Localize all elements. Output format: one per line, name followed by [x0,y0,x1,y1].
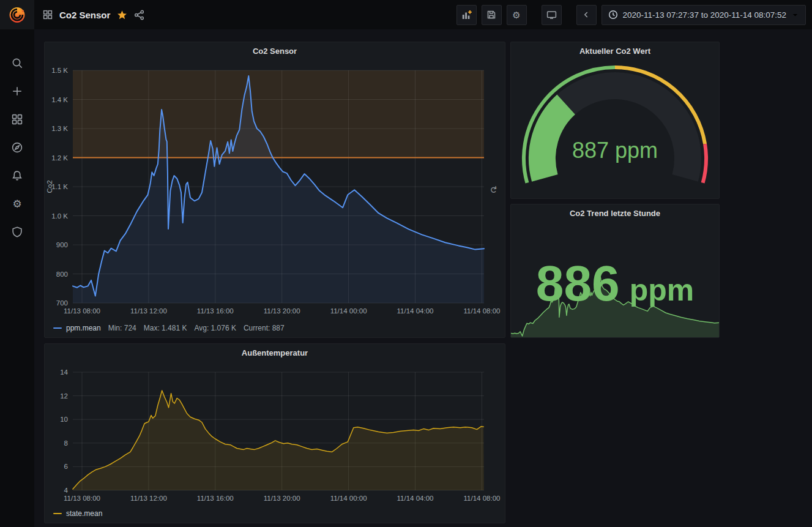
search-icon [11,57,23,69]
sidebar-item-dashboards[interactable] [9,113,25,126]
clock-icon [608,10,618,20]
sidebar-item-server-admin[interactable] [9,225,25,239]
sidebar-item-configuration[interactable]: ⚙ [9,197,25,211]
time-range-picker[interactable]: 2020-11-13 07:27:37 to 2020-11-14 08:07:… [602,5,806,25]
navbar-left: Co2 Sensor [43,10,144,20]
temp-legend: state.mean [53,509,102,518]
sparkline-plot [511,272,719,337]
x-tick-label: 11/13 08:00 [64,307,100,315]
sidebar-item-search[interactable] [9,56,25,70]
x-tick-label: 11/13 12:00 [130,495,167,502]
x-tick-label: 11/13 16:00 [197,495,234,502]
y-tick-label: 1.2 K [51,154,68,162]
dashboards-grid-icon [11,113,23,125]
grafana-logo[interactable] [0,0,34,29]
save-dashboard-button[interactable] [482,5,502,25]
plus-icon [11,85,23,97]
dashboard-title[interactable]: Co2 Sensor [59,10,110,20]
panel-aussentemperatur: Außentemperatur 46810121411/13 08:0011/1… [44,343,505,523]
panel-title[interactable]: Co2 Trend letzte Stunde [511,204,719,222]
x-tick-label: 11/13 08:00 [64,495,100,502]
x-tick-label: 11/13 16:00 [197,307,234,315]
series-area [73,391,484,490]
co2-chart[interactable]: 7008009001.0 K1.1 K1.2 K1.3 K1.4 K1.5 K1… [45,59,505,321]
compass-icon [11,141,23,154]
gauge-value: 887 ppm [511,138,719,163]
dashboard-settings-button[interactable]: ⚙ [507,5,527,25]
panel-title[interactable]: Außentemperatur [45,344,505,361]
co2-plot: 7008009001.0 K1.1 K1.2 K1.3 K1.4 K1.5 K1… [45,59,505,321]
y-tick-label: 1.1 K [51,183,68,190]
sidebar-item-alerting[interactable] [9,169,25,182]
legend-series-name[interactable]: ppm.mean [66,324,101,332]
gauge-plot [511,59,719,198]
save-icon [486,10,496,20]
series-color-dash [53,513,62,514]
y-tick-label: 800 [56,271,68,278]
y-tick-label: 1.0 K [51,212,68,220]
legend-current: Current: 887 [244,324,285,332]
x-tick-label: 11/14 00:00 [330,495,367,502]
legend-series-name[interactable]: state.mean [66,509,102,518]
cycle-view-mode-button[interactable] [542,5,562,25]
tv-monitor-icon [546,10,557,20]
chevron-left-icon [582,10,590,19]
legend-max: Max: 1.481 K [144,324,187,332]
dashboard-grid-icon[interactable] [43,10,53,20]
y-tick-label: 4 [64,487,69,494]
y-tick-label: 14 [60,368,68,376]
navbar: Co2 Sensor [34,0,812,29]
temp-plot: 46810121411/13 08:0011/13 12:0011/13 16:… [45,361,505,506]
add-panel-icon [461,10,472,20]
dashboard-grid: Co2 Sensor 7008009001.0 K1.1 K1.2 K1.3 K… [34,29,812,527]
sparkline-area [511,274,719,337]
favorite-star-icon[interactable] [117,10,127,20]
panel-co2-sensor: Co2 Sensor 7008009001.0 K1.1 K1.2 K1.3 K… [44,42,505,338]
y-tick-label: 1.3 K [51,125,68,132]
series-color-dash [53,327,62,329]
sidebar-item-explore[interactable] [9,141,25,154]
y-tick-label: 700 [56,299,68,307]
y-tick-label: 6 [64,463,68,470]
main-area: Co2 Sensor [34,0,812,527]
co2-trend-sparkline [511,272,719,337]
chevron-down-icon [791,11,799,19]
y-tick-label: 12 [60,392,68,400]
gauge-track [542,86,688,178]
share-icon[interactable] [134,10,144,20]
panel-co2-trend: Co2 Trend letzte Stunde 886 ppm [510,204,720,338]
panel-title[interactable]: Co2 Sensor [45,42,505,59]
x-tick-label: 11/14 00:00 [330,307,367,315]
x-tick-label: 11/14 08:00 [464,307,501,315]
panel-aktueller-co2-wert: Aktueller Co2 Wert 887 ppm [510,42,720,199]
temperature-chart[interactable]: 46810121411/13 08:0011/13 12:0011/13 16:… [45,361,505,506]
time-range-back-button[interactable] [576,5,597,25]
co2-gauge [511,59,719,198]
y-tick-label: 8 [64,439,68,447]
add-panel-button[interactable] [456,5,477,25]
navbar-right: ⚙ [456,5,806,25]
gear-icon: ⚙ [12,199,21,209]
sidebar-nav: ⚙ [0,56,34,239]
y-tick-label: 1.5 K [51,67,68,74]
x-tick-label: 11/14 04:00 [397,307,434,315]
legend-min: Min: 724 [108,324,136,332]
sidebar-item-create[interactable] [9,84,25,98]
x-tick-label: 11/14 04:00 [397,495,434,502]
grafana-app: ⚙ Co2 Sensor [0,0,812,527]
sidebar: ⚙ [0,0,34,527]
grafana-flame-icon [7,5,27,24]
y-tick-label: 10 [60,416,68,423]
co2-legend: ppm.mean Min: 724 Max: 1.481 K Avg: 1.07… [53,324,285,332]
time-range-label: 2020-11-13 07:27:37 to 2020-11-14 08:07:… [623,10,786,20]
bell-icon [11,170,23,182]
x-tick-label: 11/13 20:00 [264,307,300,315]
y-tick-label: 900 [56,241,68,249]
y-axis-label: Co2 [46,180,53,193]
y-tick-label: 1.4 K [51,96,68,103]
panel-title[interactable]: Aktueller Co2 Wert [511,42,719,59]
x-tick-label: 11/13 20:00 [264,495,300,502]
x-tick-label: 11/14 08:00 [464,495,501,502]
gear-icon: ⚙ [512,10,520,20]
shield-icon [11,226,23,238]
